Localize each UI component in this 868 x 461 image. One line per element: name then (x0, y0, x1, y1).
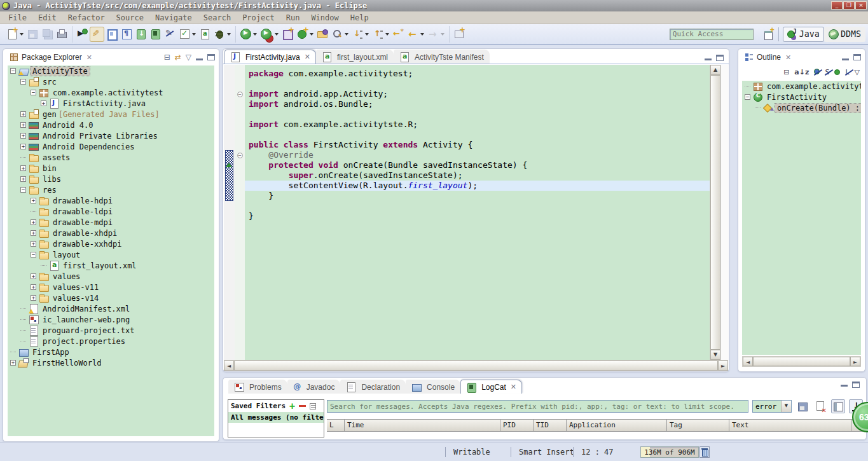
menu-source[interactable]: Source (111, 12, 149, 24)
expand-icon[interactable]: + (31, 230, 36, 236)
tree-item-drawable-xxhdpi[interactable]: +drawable-xxhdpi (8, 238, 214, 249)
scroll-thumb[interactable] (753, 357, 850, 366)
tree-item-drawable-ldpi[interactable]: drawable-ldpi (8, 206, 214, 217)
next-annotation-button[interactable] (350, 27, 371, 42)
previous-annotation-button[interactable] (371, 27, 391, 42)
debug-attach-button[interactable] (75, 27, 90, 42)
scroll-right-icon[interactable]: ► (718, 361, 728, 371)
overview-ruler[interactable] (720, 65, 728, 360)
expand-icon[interactable]: + (31, 273, 36, 279)
filter-item-all-messages[interactable]: All messages (no filters) (228, 412, 324, 423)
collapse-icon[interactable]: − (31, 252, 36, 258)
logcat-search-input[interactable] (327, 400, 748, 413)
scroll-left-icon[interactable]: ◄ (224, 361, 234, 371)
editor-tab-activitytste-manifest[interactable]: ActivityTste Manifest (394, 50, 490, 64)
minimize-button[interactable]: _ (831, 1, 843, 10)
code-line-14[interactable] (245, 201, 710, 211)
tree-item-firstactivity[interactable]: −FirstActivity (742, 92, 861, 102)
menu-refactor[interactable]: Refactor (62, 12, 111, 24)
expand-icon[interactable]: + (20, 144, 26, 149)
link-with-editor-icon[interactable]: ⇄ (175, 53, 181, 62)
menu-edit[interactable]: Edit (32, 12, 62, 24)
expand-icon[interactable]: + (31, 219, 36, 225)
tree-item-android-dependencies[interactable]: +Android Dependencies (8, 141, 214, 152)
collapse-icon[interactable]: − (745, 94, 750, 100)
expand-icon[interactable]: + (41, 100, 46, 106)
tree-item-layout[interactable]: −layout (8, 249, 214, 260)
pin-editor-button[interactable] (452, 27, 467, 42)
tree-item-drawable-xhdpi[interactable]: +drawable-xhdpi (8, 228, 214, 238)
new-java-class-dropdown-icon[interactable] (310, 33, 313, 36)
tree-item-com-example-activitytest[interactable]: −com.example.activitytest (8, 87, 214, 98)
scroll-thumb[interactable] (234, 361, 718, 371)
tree-item-libs[interactable]: +libs (8, 174, 214, 184)
run-dropdown-icon[interactable] (253, 33, 257, 36)
search-button[interactable] (330, 27, 350, 42)
tree-item-proguard-project-txt[interactable]: proguard-project.txt (8, 325, 214, 336)
add-filter-icon[interactable]: + (289, 403, 295, 409)
clear-log-button[interactable] (813, 399, 827, 413)
expand-icon[interactable]: + (31, 241, 36, 247)
new-wizard-dropdown-icon[interactable] (20, 33, 24, 36)
editor-tab-firstactivity-java[interactable]: FirstActivity.java✕ (224, 50, 316, 64)
previous-annotation-dropdown-icon[interactable] (385, 33, 389, 36)
scroll-thumb[interactable] (710, 75, 720, 350)
print-button[interactable] (55, 27, 69, 42)
tree-item-values[interactable]: +values (8, 271, 214, 282)
tree-item-com-example-activitytest[interactable]: com.example.activitytest (742, 81, 861, 92)
outline-horizontal-scrollbar[interactable]: ◄ ► (742, 356, 861, 367)
code-line-11[interactable]: super.onCreate(savedInstanceState); (245, 170, 710, 181)
run-garbage-collector-button[interactable] (699, 446, 710, 458)
debug-dropdown-icon[interactable] (227, 33, 231, 36)
export-log-button[interactable] (796, 399, 809, 413)
tree-item-androidmanifest-xml[interactable]: AndroidManifest.xml (8, 303, 214, 314)
expand-icon[interactable]: + (31, 198, 36, 203)
external-tools-dropdown-icon[interactable] (275, 33, 279, 36)
folding-column[interactable]: −− (235, 65, 245, 360)
maximize-view-icon[interactable] (716, 55, 724, 61)
tree-item-firsthelloworld[interactable]: +FirstHelloWorld (8, 357, 214, 368)
menu-navigate[interactable]: Navigate (149, 12, 198, 24)
code-line-9[interactable]: @Override (245, 150, 710, 160)
expand-icon[interactable]: + (20, 133, 26, 139)
restore-button[interactable]: ❐ (843, 1, 855, 10)
tree-item-android-private-libraries[interactable]: +Android Private Libraries (8, 130, 214, 141)
expand-icon[interactable]: + (20, 122, 26, 128)
java-perspective-button[interactable]: Java (783, 27, 824, 42)
menu-help[interactable]: Help (345, 12, 375, 24)
scroll-up-icon[interactable]: ▲ (710, 65, 720, 75)
back-dropdown-icon[interactable] (420, 33, 424, 36)
minimize-view-icon[interactable] (196, 58, 203, 60)
column-header-l[interactable]: L (327, 420, 345, 432)
tree-item-gen[interactable]: +gen [Generated Java Files] (8, 109, 214, 120)
tree-item-values-v11[interactable]: +values-v11 (8, 282, 214, 292)
code-line-7[interactable] (245, 130, 710, 140)
tree-item-oncreate-bundle-void[interactable]: onCreate(Bundle) : void (742, 102, 861, 113)
column-header-tag[interactable]: Tag (667, 420, 729, 432)
maximize-view-icon[interactable] (207, 54, 215, 60)
tree-item-first-layout-xml[interactable]: first_layout.xml (8, 260, 214, 271)
expand-icon[interactable]: + (31, 284, 36, 290)
chevron-down-icon[interactable]: ▼ (781, 401, 791, 412)
hide-fields-icon[interactable] (814, 68, 820, 76)
ddms-perspective-button[interactable]: DDMS (824, 27, 865, 42)
new-wizard-button[interactable] (5, 27, 25, 42)
collapse-icon[interactable]: − (10, 68, 16, 74)
code-line-3[interactable]: import android.app.Activity; (245, 89, 710, 99)
collapse-all-icon[interactable]: ⊟ (783, 68, 789, 76)
collapse-all-icon[interactable]: ⊟ (164, 53, 170, 62)
hide-static-members-icon[interactable]: S (825, 68, 829, 76)
code-line-5[interactable] (245, 109, 710, 120)
code-line-10[interactable]: protected void onCreate(Bundle savedInst… (245, 160, 710, 170)
hide-non-public-icon[interactable] (834, 69, 840, 75)
new-java-class-button[interactable] (295, 27, 315, 42)
external-tools-button[interactable] (259, 27, 280, 42)
tree-item-values-v14[interactable]: +values-v14 (8, 292, 214, 303)
tree-item-drawable-mdpi[interactable]: +drawable-mdpi (8, 217, 214, 228)
quick-access-input[interactable] (670, 29, 754, 40)
tree-item-android-4-0[interactable]: +Android 4.0 (8, 120, 214, 130)
tree-item-firstapp[interactable]: FirstApp (8, 347, 214, 357)
tree-item-firstactivity-java[interactable]: +FirstActivity.java (8, 98, 214, 109)
expand-icon[interactable]: + (10, 360, 16, 366)
last-edit-location-button[interactable] (391, 27, 406, 42)
